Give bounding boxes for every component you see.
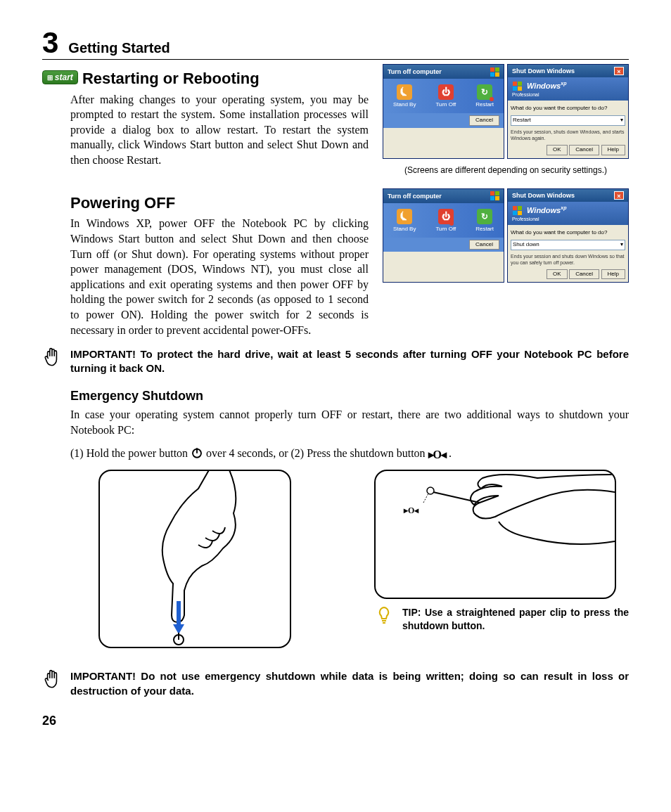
close-icon: × — [614, 67, 624, 75]
shutdown-button-icon: ▸O◂ — [428, 447, 446, 463]
heading-text: Restarting or Rebooting — [82, 70, 260, 87]
restart-icon: ↻ — [477, 209, 492, 224]
cancel-button: Cancel — [569, 145, 599, 155]
svg-text:▸O◂: ▸O◂ — [403, 505, 419, 515]
important-text: IMPORTANT! To protect the hard drive, wa… — [70, 347, 629, 376]
chevron-down-icon: ▾ — [620, 117, 623, 124]
close-icon: × — [614, 191, 624, 200]
standby-icon: ⏾ — [397, 209, 412, 224]
chapter-title: Getting Started — [68, 39, 170, 58]
dialog-title: Turn off computer — [388, 67, 442, 76]
hold-power-illustration — [98, 470, 291, 648]
turnoff-icon: ⏻ — [438, 84, 454, 100]
important-callout: IMPORTANT! Do not use emergency shutdown… — [42, 669, 629, 698]
hand-stop-icon — [42, 347, 62, 372]
windows-flag-icon — [512, 206, 522, 216]
dialog-title: Shut Down Windows — [512, 67, 575, 75]
xp-shutdown-dialog: Shut Down Windows × Windowsxp Profession… — [507, 188, 629, 283]
section-heading-restarting: start Restarting or Rebooting — [42, 68, 369, 89]
important-callout: IMPORTANT! To protect the hard drive, wa… — [42, 347, 629, 376]
windows-flag-icon — [512, 82, 522, 91]
lightbulb-icon — [374, 606, 394, 627]
xp-shutdown-dialog: Shut Down Windows × Windowsxp Profession… — [507, 64, 629, 159]
page-number: 26 — [42, 712, 629, 729]
section1-body: After making changes to your operating s… — [42, 92, 369, 168]
xp-turn-off-dialog: Turn off computer ⏾Stand By ⏻Turn Off ↻R… — [383, 64, 504, 159]
section3-body: In case your operating system cannot pro… — [42, 407, 629, 437]
hand-stop-icon — [42, 669, 62, 694]
start-button-icon: start — [42, 70, 78, 84]
screenshots-restart: Turn off computer ⏾Stand By ⏻Turn Off ↻R… — [383, 64, 629, 176]
chapter-header: 3 Getting Started — [42, 28, 629, 60]
section-heading-powering-off: Powering OFF — [42, 193, 369, 214]
cancel-button: Cancel — [469, 115, 499, 126]
screenshots-caption: (Screens are different depending on secu… — [383, 165, 629, 176]
important-text: IMPORTANT! Do not use emergency shutdown… — [70, 669, 629, 698]
power-icon — [191, 446, 203, 463]
section-heading-emergency: Emergency Shutdown — [42, 387, 629, 404]
svg-line-10 — [423, 494, 428, 503]
section2-body: In Windows XP, power OFF the Notebook PC… — [42, 216, 369, 337]
svg-marker-3 — [173, 624, 184, 634]
tip-text: TIP: Use a straightened paper clip to pr… — [402, 606, 629, 633]
paperclip-illustration: ▸O◂ — [374, 470, 616, 599]
chapter-number: 3 — [42, 28, 58, 58]
ok-button: OK — [547, 145, 568, 155]
windows-flag-icon — [490, 191, 499, 201]
emergency-steps: (1) Hold the power button over 4 seconds… — [42, 446, 629, 463]
windows-flag-icon — [490, 67, 499, 77]
svg-point-8 — [427, 487, 434, 494]
help-button: Help — [601, 145, 625, 155]
standby-icon: ⏾ — [397, 84, 412, 100]
screenshots-poweroff: Turn off computer ⏾Stand By ⏻Turn Off ↻R… — [383, 188, 629, 283]
xp-turn-off-dialog: Turn off computer ⏾Stand By ⏻Turn Off ↻R… — [383, 188, 504, 283]
chevron-down-icon: ▾ — [620, 241, 623, 249]
